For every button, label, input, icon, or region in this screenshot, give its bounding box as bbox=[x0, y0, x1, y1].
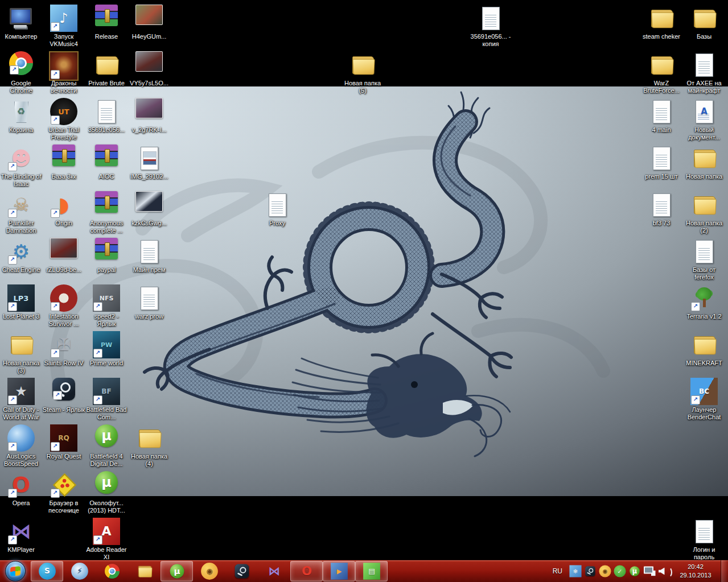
desktop-icon-okolofutbola-torrent[interactable]: µ Околофут... (2013) HDT... bbox=[85, 471, 128, 514]
desktop-icon-label: KMPlayer bbox=[0, 546, 43, 554]
desktop-icon-doc-35691e056[interactable]: 35691e056... bbox=[85, 98, 128, 134]
desktop-icon-warz-bruteforce[interactable]: WarZ BruteForce... bbox=[640, 51, 683, 94]
desktop-icon-speed2[interactable]: NFS↗ speed2 - Ярлык bbox=[85, 284, 128, 328]
taskbar-button-opera[interactable]: O bbox=[290, 561, 323, 581]
desktop-icon-google-chrome[interactable]: ↗ Google Chrome bbox=[0, 51, 43, 94]
desktop-icon-anonymous-complete[interactable]: Anonymous complete ... bbox=[85, 191, 128, 234]
desktop-icon-doc-35691e056-copy[interactable]: 35691e056... - копия bbox=[469, 5, 512, 48]
show-desktop-button[interactable] bbox=[721, 560, 728, 582]
desktop-icon-new-folder-2[interactable]: Новая папка (2) bbox=[682, 191, 726, 234]
tray-icon-volume[interactable] bbox=[657, 565, 671, 578]
desktop-icon-label: Prime world bbox=[85, 360, 128, 367]
desktop-icon-steam-cheker[interactable]: steam cheker bbox=[640, 5, 683, 40]
desktop-icon-kmplayer[interactable]: ⋈↗ KMPlayer bbox=[0, 518, 43, 554]
desktop-icon-battlefield-4-torrent[interactable]: µ Battlefield 4 Digital De... bbox=[85, 424, 128, 468]
desktop-icon-img-29102[interactable]: IMG_29102... bbox=[127, 145, 171, 180]
desktop-icon-warz-prow[interactable]: warz prow bbox=[127, 284, 171, 320]
desktop-icon-4-main[interactable]: 4 main bbox=[640, 98, 683, 134]
desktop-icon-painkiller-damnation[interactable]: ☠↗ Painkiller Damnation bbox=[0, 191, 43, 234]
urban-trial-glyph: UT bbox=[58, 108, 69, 115]
start-button[interactable] bbox=[0, 560, 31, 582]
warz-prow-icon bbox=[135, 284, 163, 312]
taskbar-button-mediaget[interactable]: ◉ bbox=[193, 561, 225, 581]
desktop-icon-label: Private Brute bbox=[85, 80, 128, 87]
language-indicator[interactable]: RU bbox=[548, 567, 567, 575]
desktop-icon-auslogics-boostspeed[interactable]: ↗ AusLogics BoostSpeed bbox=[0, 424, 43, 468]
desktop-icon-vkmusic4[interactable]: ♪↗ Запуск VKMusic4 bbox=[42, 5, 85, 48]
desktop-icon-login-i-parol[interactable]: Логин и пароль bbox=[682, 518, 726, 561]
desktop-icon-urban-trial[interactable]: UT↗ Urban Trial Freestyle bbox=[42, 98, 85, 141]
desktop-icon-aioc[interactable]: AIOC bbox=[85, 145, 128, 180]
desktop-icon-main-prem[interactable]: Майн прем bbox=[127, 238, 171, 274]
desktop-icon-label: База 3кк bbox=[42, 173, 85, 180]
desktop-icon-vy5y7sl5o[interactable]: VY5y7sL5O... bbox=[127, 51, 171, 87]
clock[interactable]: 20:42 29.10.2013 bbox=[674, 563, 717, 580]
desktop-icon-bazy[interactable]: Базы bbox=[682, 5, 726, 40]
desktop-icon-recycle-bin[interactable]: ♻ Корзина bbox=[0, 98, 43, 134]
vkmusic-icon: ❄ bbox=[569, 565, 581, 577]
tray-icon-utorrent[interactable]: µ bbox=[628, 565, 641, 578]
desktop-icon-v2g7rk[interactable]: v_2g7RK-I... bbox=[127, 98, 171, 134]
painkiller-damnation-icon: ☠↗ bbox=[7, 191, 35, 218]
desktop-icon-lost-planet-3[interactable]: LP3↗ Lost Planet 3 bbox=[0, 284, 43, 320]
tray-icon-agent-online[interactable]: ✓ bbox=[613, 565, 626, 578]
desktop-icon-binding-of-isaac[interactable]: ☻↗ The Binding of Isaac bbox=[0, 145, 43, 188]
taskbar-button-steam[interactable] bbox=[225, 561, 258, 581]
cheat-engine-icon: ⚙↗ bbox=[7, 238, 35, 265]
desktop-icon-h4eygum[interactable]: H4eyGUm... bbox=[127, 5, 171, 40]
new-folder-3-icon bbox=[7, 331, 35, 358]
desktop-icon-bazy-ot-ferefox[interactable]: Базы от ferefox bbox=[682, 238, 726, 281]
desktop-icon-drakony-vechnosti[interactable]: ↗ Драконы вечности bbox=[42, 51, 85, 94]
taskbar-button-daemon-tools[interactable]: ⚡ bbox=[63, 561, 96, 581]
taskbar-button-windows-media-player[interactable]: ▶ bbox=[323, 561, 355, 581]
desktop-icon-royal-quest[interactable]: RQ↗ Royal Quest bbox=[42, 424, 85, 460]
desktop-icon-saints-row-iv[interactable]: ✠↗ Saints Row IV bbox=[42, 331, 85, 367]
desktop-icon-cheat-engine[interactable]: ⚙↗ Cheat Engine bbox=[0, 238, 43, 274]
desktop-icon-private-brute[interactable]: Private Brute bbox=[85, 51, 128, 87]
desktop-icon-new-folder-3[interactable]: Новая папка (3) bbox=[0, 331, 43, 374]
desktop-icon-steam-shortcut[interactable]: ↗ Steam - Ярлык bbox=[42, 378, 85, 414]
tray-icon-mediaget[interactable]: ◉ bbox=[598, 565, 611, 578]
desktop-icon-prem-15[interactable]: prem 15 шт bbox=[640, 145, 683, 180]
desktop-icon-kzkcsgwg[interactable]: kzkCsGwg... bbox=[127, 191, 171, 227]
desktop-icon-new-folder-5[interactable]: Новая папка (5) bbox=[341, 51, 384, 94]
desktop-icon-battlefield-bc[interactable]: BF↗ Battlefield Bad Com... bbox=[85, 378, 128, 421]
tray-icon-vkmusic[interactable]: ❄ bbox=[569, 565, 582, 578]
shortcut-arrow-overlay: ↗ bbox=[51, 349, 60, 358]
desktop-icon-call-of-duty-waw[interactable]: ★↗ Call of Duty - World at War bbox=[0, 378, 43, 421]
taskbar-button-utorrent[interactable]: µ bbox=[161, 561, 193, 581]
desktop-icon-sandbox-browser[interactable]: ↗ Браузер в песочнице bbox=[42, 471, 85, 514]
notepad-icon: ▤ bbox=[363, 563, 380, 580]
desktop-icon-launcher-benderchat[interactable]: BC↗ Лаунчер BenderChat bbox=[682, 378, 726, 421]
desktop-icon-ot-axee[interactable]: От AXEE на майнкрафт bbox=[682, 51, 726, 94]
desktop-icon-adobe-reader-xi[interactable]: A↗ Adobe Reader XI bbox=[85, 518, 128, 561]
desktop-icon-opera[interactable]: O↗ Opera bbox=[0, 471, 43, 507]
desktop-icon-paypal[interactable]: paypal bbox=[85, 238, 128, 274]
shortcut-arrow-overlay: ↗ bbox=[53, 391, 62, 400]
lost-planet-3-glyph: LP3 bbox=[14, 295, 29, 302]
desktop-icon-proxy[interactable]: Proxy bbox=[256, 191, 299, 227]
desktop-icon-infestation[interactable]: ↗ Infestation Survivor ... bbox=[42, 284, 85, 328]
desktop-icon-new-document[interactable]: A Новый документ... bbox=[682, 98, 726, 141]
utorrent-icon: µ bbox=[630, 566, 640, 576]
taskbar-button-kmplayer[interactable]: ⋈ bbox=[258, 561, 290, 581]
desktop-icon-minekraft[interactable]: MINEKRAFT bbox=[682, 331, 726, 367]
desktop-icon-computer[interactable]: Компьютер bbox=[0, 5, 43, 40]
desktop-icon-label: Компьютер bbox=[0, 33, 43, 40]
tray-icon-steam[interactable] bbox=[583, 565, 597, 578]
taskbar-button-chrome[interactable] bbox=[96, 561, 128, 581]
desktop-icon-origin[interactable]: ◗↗ Origin bbox=[42, 191, 85, 227]
tray-icon-network[interactable] bbox=[643, 565, 656, 578]
desktop-icon-terraria[interactable]: ↗ Terraria v1.2 bbox=[682, 284, 726, 320]
desktop-icon-rzlu9d[interactable]: rZLU9d-be... bbox=[42, 238, 85, 274]
desktop-icon-baza-3kk[interactable]: База 3кк bbox=[42, 145, 85, 180]
desktop-icon-release[interactable]: Release bbox=[85, 5, 128, 40]
taskbar-button-notepad[interactable]: ▤ bbox=[355, 561, 388, 581]
release-icon bbox=[95, 5, 118, 26]
desktop-icon-new-folder[interactable]: Новая папка bbox=[682, 145, 726, 180]
desktop-icon-prime-world[interactable]: PW↗ Prime world bbox=[85, 331, 128, 367]
taskbar-button-windows-explorer[interactable] bbox=[128, 561, 161, 581]
desktop-icon-bf3-73[interactable]: bf3 73 bbox=[640, 191, 683, 227]
desktop-icon-new-folder-4[interactable]: Новая папка (4) bbox=[127, 424, 171, 468]
taskbar-button-skype[interactable]: S bbox=[31, 561, 63, 581]
